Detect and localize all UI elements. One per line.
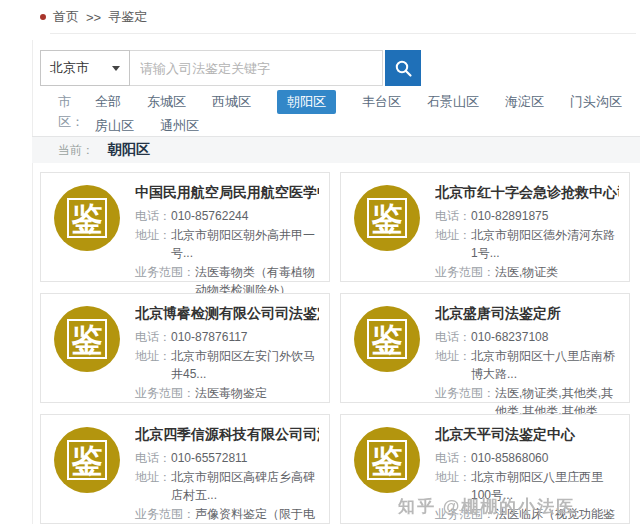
current-district-value: 朝阳区 [108,141,150,159]
district-item-fengtai[interactable]: 丰台区 [362,92,401,112]
phone-label: 电话： [435,449,471,467]
scope-label: 业务范围： [135,505,195,524]
listing-title: 北京盛唐司法鉴定所 [435,305,619,323]
listing-card[interactable]: 鉴 北京盛唐司法鉴定所 电话：010-68237108 地址：北京市朝阳区十八里… [340,293,630,403]
phone-value: 010-85762244 [171,207,248,225]
district-item-all[interactable]: 全部 [95,92,121,112]
magnifier-icon [394,59,413,78]
seal-icon: 鉴 [354,306,420,372]
address-value: 北京市朝阳区左安门外饮马井45... [171,347,319,383]
phone-value: 010-87876117 [171,328,248,346]
address-label: 地址： [135,226,171,262]
city-select-value: 北京市 [50,59,89,77]
scope-value: 法医,物证类 [495,263,558,281]
breadcrumb-separator: >> [86,10,101,25]
content-left-border [32,40,33,524]
chevron-down-icon [112,66,120,71]
scope-value: 法医毒物鉴定 [195,384,267,402]
phone-value: 010-82891875 [471,207,548,225]
address-label: 地址： [135,347,171,383]
breadcrumb-current: 寻鉴定 [108,8,147,26]
phone-label: 电话： [135,328,171,346]
address-label: 地址： [135,468,171,504]
scope-label: 业务范围： [435,263,495,281]
address-label: 地址： [435,226,471,262]
listing-title: 中国民用航空局民用航空医学中心 ... [135,184,319,202]
district-item-mentougou[interactable]: 门头沟区 [570,92,622,112]
district-item-haidian[interactable]: 海淀区 [505,92,544,112]
target-dot-icon [40,14,46,20]
breadcrumb-divider [50,33,636,34]
scope-value: 声像资料鉴定（限于电子数据） [195,505,319,524]
breadcrumb-home-link[interactable]: 首页 [53,8,79,26]
phone-label: 电话： [135,449,171,467]
phone-label: 电话： [135,207,171,225]
address-value: 北京市朝阳区德外清河东路1号... [471,226,619,262]
address-label: 地址： [435,347,471,383]
phone-label: 电话： [435,328,471,346]
district-item-tongzhou[interactable]: 通州区 [160,116,199,136]
district-item-shijingshan[interactable]: 石景山区 [427,92,479,112]
current-label: 当前： [58,142,94,159]
search-button[interactable] [385,50,421,86]
listing-card[interactable]: 鉴 北京博睿检测有限公司司法鉴定中 ... 电话：010-87876117 地址… [40,293,330,403]
city-select[interactable]: 北京市 [40,50,130,86]
phone-value: 010-68237108 [471,328,548,346]
scope-label: 业务范围： [135,384,195,402]
address-value: 北京市朝阳区十八里店南桥博大路... [471,347,619,383]
search-input[interactable] [130,50,383,86]
address-value: 北京市朝阳区高碑店乡高碑店村五... [171,468,319,504]
phone-value: 010-65572811 [171,449,248,467]
phone-label: 电话： [435,207,471,225]
seal-icon: 鉴 [54,185,120,251]
current-selection-bar: 当前： 朝阳区 [32,136,640,163]
listing-title: 北京博睿检测有限公司司法鉴定中 ... [135,305,319,323]
listing-title: 北京市红十字会急诊抢救中心司法 ... [435,184,619,202]
listing-card[interactable]: 鉴 中国民用航空局民用航空医学中心 ... 电话：010-85762244 地址… [40,172,330,282]
district-item-dongcheng[interactable]: 东城区 [147,92,186,112]
listing-card[interactable]: 鉴 北京四季信源科技有限公司司法鉴 ... 电话：010-65572811 地址… [40,414,330,524]
address-value: 北京市朝阳区朝外高井甲一号... [171,226,319,262]
breadcrumb: 首页 >> 寻鉴定 [40,8,147,26]
listing-title: 北京天平司法鉴定中心 [435,426,619,444]
district-item-chaoyang-selected[interactable]: 朝阳区 [277,90,336,114]
listing-card[interactable]: 鉴 北京市红十字会急诊抢救中心司法 ... 电话：010-82891875 地址… [340,172,630,282]
seal-icon: 鉴 [354,185,420,251]
watermark-text: 知乎 @棚棚的小法医 [398,495,638,518]
listing-grid: 鉴 中国民用航空局民用航空医学中心 ... 电话：010-85762244 地址… [40,172,630,524]
seal-icon: 鉴 [354,427,420,493]
phone-value: 010-85868060 [471,449,548,467]
seal-icon: 鉴 [54,427,120,493]
search-bar: 北京市 [40,50,421,86]
listing-title: 北京四季信源科技有限公司司法鉴 ... [135,426,319,444]
district-item-fangshan[interactable]: 房山区 [95,116,134,136]
seal-icon: 鉴 [54,306,120,372]
district-row-1: 全部 东城区 西城区 朝阳区 丰台区 石景山区 海淀区 门头沟区 房山区 通州区 [95,92,624,136]
district-item-xicheng[interactable]: 西城区 [212,92,251,112]
